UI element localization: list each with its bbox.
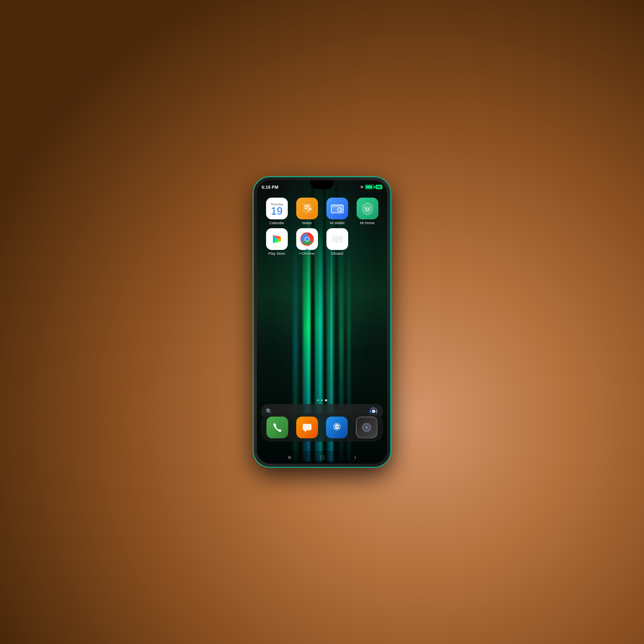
chrome-icon-img: [296, 228, 318, 250]
status-icons: ✕ 5G: [360, 185, 382, 189]
calendar-label: Calendar: [269, 221, 284, 225]
svg-rect-37: [333, 239, 334, 240]
nav-home-btn[interactable]: □: [321, 454, 324, 460]
svg-rect-15: [304, 208, 308, 209]
calendar-icon-img: Thursday 19: [266, 198, 288, 219]
svg-point-23: [365, 208, 367, 210]
app-chrome[interactable]: • Chrome: [293, 228, 320, 256]
dock-chat-icon: [326, 417, 348, 438]
svg-point-21: [337, 208, 341, 212]
dock-camera-icon: [356, 417, 378, 438]
page-dot-3-active: [325, 399, 327, 401]
app-playstore[interactable]: Play Store: [263, 228, 290, 256]
playstore-icon-img: [266, 228, 288, 250]
phone-screen: 6:16 PM ✕ 5G Thursday 19 Calen: [257, 180, 387, 464]
svg-rect-41: [334, 240, 341, 242]
phone-scene: 6:16 PM ✕ 5G Thursday 19 Calen: [221, 141, 423, 503]
notch: [310, 180, 334, 189]
nav-back-btn[interactable]: ‹: [354, 454, 356, 460]
battery-icon: [365, 185, 374, 189]
mihome-label: Mi Home: [360, 221, 374, 225]
svg-text:G: G: [336, 241, 337, 242]
app-miwallet[interactable]: Mi Wallet: [324, 198, 351, 225]
svg-rect-34: [335, 237, 336, 238]
notes-label: Notes: [302, 221, 312, 225]
mihome-icon-img: [357, 198, 378, 219]
svg-point-24: [368, 208, 369, 210]
page-indicators: [317, 399, 327, 401]
app-mihome[interactable]: Mi Home: [354, 198, 381, 225]
network-label: 5G: [376, 185, 382, 189]
svg-rect-33: [333, 237, 334, 238]
dock-camera[interactable]: [353, 417, 380, 438]
svg-rect-14: [304, 206, 310, 207]
dock-phone-icon: [266, 417, 288, 438]
svg-rect-13: [304, 205, 310, 206]
nav-bar: ≡ □ ‹: [257, 451, 387, 464]
svg-point-50: [334, 426, 336, 427]
chrome-dot: [306, 249, 308, 250]
playstore-label: Play Store: [268, 252, 285, 256]
svg-point-56: [366, 427, 367, 428]
miwallet-label: Mi Wallet: [330, 221, 345, 225]
calendar-date-number: 19: [271, 206, 283, 216]
gboard-label: Gboard: [331, 252, 343, 256]
dock-messages-icon: [296, 417, 318, 438]
status-time: 6:16 PM: [262, 185, 279, 190]
notes-icon-img: [296, 198, 318, 219]
app-calendar[interactable]: Thursday 19 Calendar: [263, 198, 290, 225]
dock: [261, 413, 383, 442]
svg-rect-46: [303, 424, 312, 430]
app-grid: Thursday 19 Calendar: [257, 194, 387, 259]
svg-rect-39: [337, 239, 339, 240]
dock-messages[interactable]: [294, 417, 320, 438]
signal-icon: ✕: [360, 185, 363, 189]
svg-rect-40: [339, 239, 341, 240]
svg-point-52: [339, 426, 340, 427]
app-empty-slot: [354, 228, 381, 256]
miwallet-icon-img: [326, 198, 348, 219]
app-gboard[interactable]: G Gboard: [324, 228, 351, 256]
nav-menu-btn[interactable]: ≡: [288, 454, 291, 460]
chrome-label: • Chrome: [299, 252, 315, 256]
phone-device: 6:16 PM ✕ 5G Thursday 19 Calen: [254, 177, 390, 467]
svg-point-51: [336, 426, 338, 427]
svg-rect-19: [331, 205, 343, 207]
svg-point-31: [305, 237, 309, 241]
gboard-icon-img: G: [326, 228, 348, 250]
svg-marker-47: [304, 430, 307, 432]
page-dot-2: [321, 399, 323, 401]
dock-chat[interactable]: [324, 417, 350, 438]
dock-phone[interactable]: [264, 417, 291, 438]
svg-rect-38: [335, 239, 336, 240]
page-dot-1: [317, 399, 319, 401]
svg-rect-35: [337, 237, 339, 238]
app-notes[interactable]: Notes: [293, 198, 320, 225]
svg-rect-36: [339, 237, 341, 238]
